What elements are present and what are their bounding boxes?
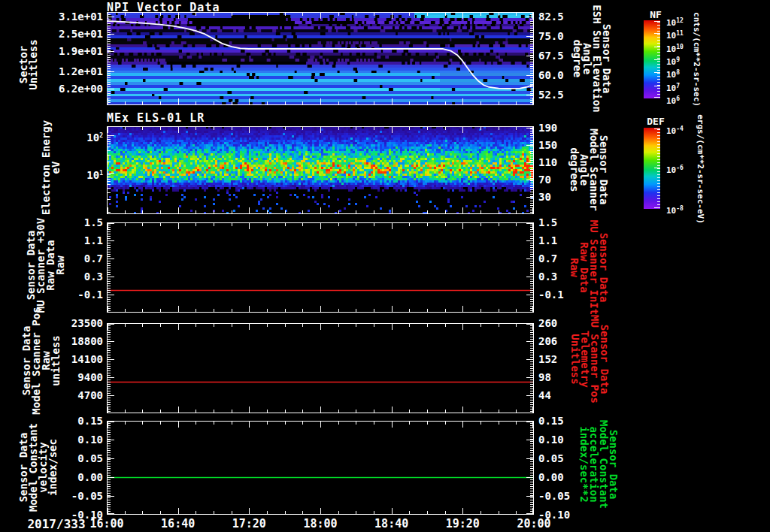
colorbar-tick-label: 1012 (666, 16, 684, 28)
colorbar-tick-label: 107 (666, 81, 680, 93)
panel-canvas-mu-scanner-30v-raw (107, 222, 534, 313)
colorbar-tick-label: 106 (666, 94, 680, 106)
axis-title-left-model-scanner-pos-raw: Sensor DataModel Scanner PosRawunitless (22, 307, 61, 414)
panel-canvas-npi-vector-data (107, 12, 534, 105)
x-tick-label: 20:00 (504, 517, 564, 530)
colorbar-def-ticks (654, 128, 660, 209)
tick-label-left: 3.1e+01 (20, 11, 103, 23)
tick-label-left: 102 (20, 129, 103, 144)
colorbar-tick-label: 10-6 (666, 163, 684, 175)
panel-title-mex-els: MEx ELS-01 LR (107, 111, 205, 125)
colorbar-nf-ticks (654, 20, 660, 98)
axis-title-left-model-constant-velocity: Sensor DataModel Constantvelocityindex/s… (19, 423, 58, 512)
colorbar-tick-label: 10-8 (666, 204, 684, 216)
colorbar-nf-title: NF (643, 9, 668, 20)
x-tick-label: 16:40 (148, 517, 208, 530)
axis-title-right-npi-vector-data: Sensor DataESH Sun ElevationAngledegree (572, 5, 611, 112)
axis-title-right-mu-scanner-30v-raw: Sensor DataMU Scanner InItRaw DataRaw (569, 220, 608, 315)
axis-title-left-npi-vector-data: SectorUnitless (19, 39, 38, 89)
colorbar-tick-label: 108 (666, 68, 680, 80)
colorbar-tick-label: 109 (666, 55, 680, 67)
x-tick-label: 18:00 (290, 517, 350, 530)
colorbar-tick-label: 10-4 (666, 124, 684, 136)
colorbar-tick-label: 1010 (666, 42, 684, 54)
axis-title-right-model-scanner-pos-raw: Sensor DataMU Scanner PosTelemetryUnitle… (570, 315, 609, 404)
colorbar-tick-label: 1011 (666, 29, 684, 41)
axis-title-right-mex-els-01-lr: Sensor DataModel ScannerAngledegrees (569, 128, 608, 211)
axis-title-left-mex-els-01-lr: Electron EnergyeV (41, 120, 61, 215)
axis-title-right-model-constant-velocity: Sensor DataModel Constantaccelerationind… (579, 420, 618, 509)
x-tick-label: 18:40 (362, 517, 422, 530)
panel-canvas-model-scanner-pos-raw (107, 323, 534, 413)
colorbar-unit-label: ergs/(cm**2-sr-sec-eV) (696, 114, 705, 224)
colorbar-unit-label: cnts/(cm**2-sr-sec) (692, 12, 702, 107)
colorbar-def-title: DEF (643, 116, 668, 127)
x-tick-label: 16:00 (77, 517, 137, 530)
tick-label-left: 101 (20, 167, 103, 181)
panel-canvas-model-constant-velocity (107, 421, 534, 515)
x-tick-label: 19:20 (432, 517, 493, 530)
telemetry-plot-page: NPI Vector Data MEx ELS-01 LR 2017/333 N… (0, 0, 770, 532)
panel-canvas-mex-els-01-lr (107, 126, 534, 214)
axis-title-left-mu-scanner-30v-raw: Sensor DataMU Scanner +30VRaw DataRaw (26, 218, 65, 313)
x-tick-label: 17:20 (219, 517, 279, 530)
tick-label-left: 2.5e+01 (20, 28, 103, 40)
